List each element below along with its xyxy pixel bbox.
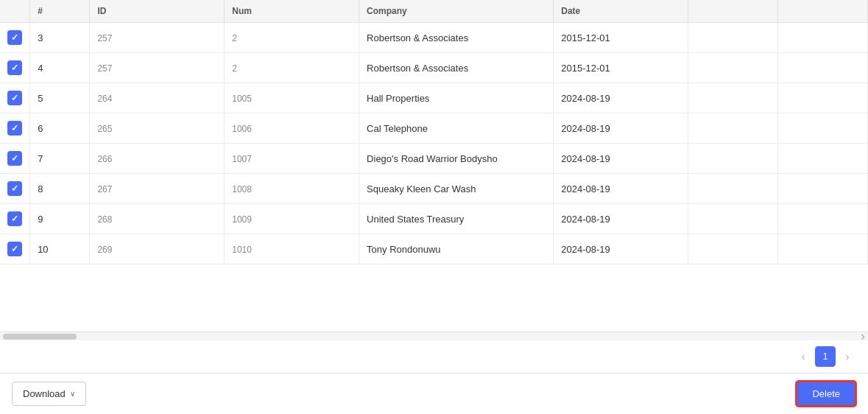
row-checkbox-cell[interactable] — [0, 204, 30, 234]
checkbox-checked[interactable] — [7, 151, 22, 166]
table-row: 102691010Tony Rondonuwu2024-08-19 — [0, 234, 868, 264]
row-date: 2015-12-01 — [554, 23, 688, 53]
data-table: # ID Num Company Date 32572Robertson & A… — [0, 0, 868, 264]
row-num2: 1007 — [225, 144, 359, 174]
col-header-extra2 — [778, 0, 868, 23]
row-checkbox-cell[interactable] — [0, 83, 30, 113]
table-row: 92681009United States Treasury2024-08-19 — [0, 204, 868, 234]
row-checkbox-cell[interactable] — [0, 234, 30, 264]
row-extra1 — [688, 204, 778, 234]
row-company: Cal Telephone — [359, 113, 554, 144]
row-company: Hall Properties — [359, 83, 554, 113]
col-header-id: ID — [90, 0, 225, 23]
row-date: 2024-08-19 — [554, 113, 688, 144]
checkbox-checked[interactable] — [7, 121, 22, 136]
checkbox-checked[interactable] — [7, 30, 22, 45]
row-num2: 1008 — [225, 174, 359, 204]
table-row: 62651006Cal Telephone2024-08-19 — [0, 113, 868, 144]
row-extra2 — [778, 234, 868, 264]
row-extra1 — [688, 23, 778, 53]
row-company: Diego's Road Warrior Bodysho — [359, 144, 554, 174]
row-num2: 1006 — [225, 113, 359, 144]
row-extra1 — [688, 83, 778, 113]
download-label: Download — [23, 388, 66, 399]
row-company: Squeaky Kleen Car Wash — [359, 174, 554, 204]
row-num: 10 — [30, 234, 90, 264]
row-checkbox-cell[interactable] — [0, 23, 30, 53]
row-date: 2015-12-01 — [554, 53, 688, 83]
col-header-date: Date — [554, 0, 688, 23]
row-id: 269 — [90, 234, 225, 264]
col-header-company: Company — [359, 0, 554, 23]
row-id: 265 — [90, 113, 225, 144]
row-id: 268 — [90, 204, 225, 234]
page-1-button[interactable]: 1 — [815, 346, 836, 367]
row-extra2 — [778, 174, 868, 204]
row-num: 6 — [30, 113, 90, 144]
row-company: Robertson & Associates — [359, 53, 554, 83]
footer-area: Download ∨ Delete — [0, 373, 868, 414]
row-id: 264 — [90, 83, 225, 113]
table-wrapper[interactable]: # ID Num Company Date 32572Robertson & A… — [0, 0, 868, 331]
row-date: 2024-08-19 — [554, 144, 688, 174]
delete-button[interactable]: Delete — [796, 381, 856, 407]
checkbox-checked[interactable] — [7, 181, 22, 196]
row-num: 9 — [30, 204, 90, 234]
checkbox-checked[interactable] — [7, 242, 22, 256]
row-extra2 — [778, 53, 868, 83]
scroll-right-arrow: › — [861, 329, 868, 344]
row-checkbox-cell[interactable] — [0, 144, 30, 174]
row-company: Tony Rondonuwu — [359, 234, 554, 264]
table-row: 72661007Diego's Road Warrior Bodysho2024… — [0, 144, 868, 174]
col-header-extra1 — [688, 0, 778, 23]
row-extra2 — [778, 204, 868, 234]
table-row: 32572Robertson & Associates2015-12-01 — [0, 23, 868, 53]
table-row: 82671008Squeaky Kleen Car Wash2024-08-19 — [0, 174, 868, 204]
col-header-check — [0, 0, 30, 23]
row-extra2 — [778, 23, 868, 53]
row-num2: 1009 — [225, 204, 359, 234]
col-header-num2: Num — [225, 0, 359, 23]
checkbox-checked[interactable] — [7, 211, 22, 226]
pagination-area: ‹ 1 › — [0, 340, 868, 373]
row-num2: 2 — [225, 53, 359, 83]
row-id: 257 — [90, 23, 225, 53]
row-extra1 — [688, 53, 778, 83]
horizontal-scrollbar[interactable]: › — [0, 331, 868, 340]
row-extra1 — [688, 144, 778, 174]
chevron-down-icon: ∨ — [70, 390, 75, 398]
row-num: 3 — [30, 23, 90, 53]
row-id: 267 — [90, 174, 225, 204]
row-num2: 2 — [225, 23, 359, 53]
prev-page-button[interactable]: ‹ — [794, 346, 812, 367]
scroll-thumb[interactable] — [3, 334, 77, 340]
row-checkbox-cell[interactable] — [0, 53, 30, 83]
col-header-num: # — [30, 0, 90, 23]
row-company: Robertson & Associates — [359, 23, 554, 53]
row-date: 2024-08-19 — [554, 174, 688, 204]
checkbox-checked[interactable] — [7, 91, 22, 105]
row-extra2 — [778, 144, 868, 174]
row-id: 257 — [90, 53, 225, 83]
next-page-button[interactable]: › — [839, 346, 856, 367]
page-wrapper: # ID Num Company Date 32572Robertson & A… — [0, 0, 868, 414]
row-num2: 1005 — [225, 83, 359, 113]
table-row: 42572Robertson & Associates2015-12-01 — [0, 53, 868, 83]
row-company: United States Treasury — [359, 204, 554, 234]
row-num: 7 — [30, 144, 90, 174]
row-date: 2024-08-19 — [554, 204, 688, 234]
row-checkbox-cell[interactable] — [0, 113, 30, 144]
row-num: 8 — [30, 174, 90, 204]
table-row: 52641005Hall Properties2024-08-19 — [0, 83, 868, 113]
row-extra1 — [688, 113, 778, 144]
row-extra1 — [688, 174, 778, 204]
download-button[interactable]: Download ∨ — [12, 382, 86, 406]
row-checkbox-cell[interactable] — [0, 174, 30, 204]
row-date: 2024-08-19 — [554, 83, 688, 113]
row-extra1 — [688, 234, 778, 264]
row-num2: 1010 — [225, 234, 359, 264]
right-actions: Delete — [796, 381, 856, 407]
row-extra2 — [778, 113, 868, 144]
row-id: 266 — [90, 144, 225, 174]
checkbox-checked[interactable] — [7, 60, 22, 75]
